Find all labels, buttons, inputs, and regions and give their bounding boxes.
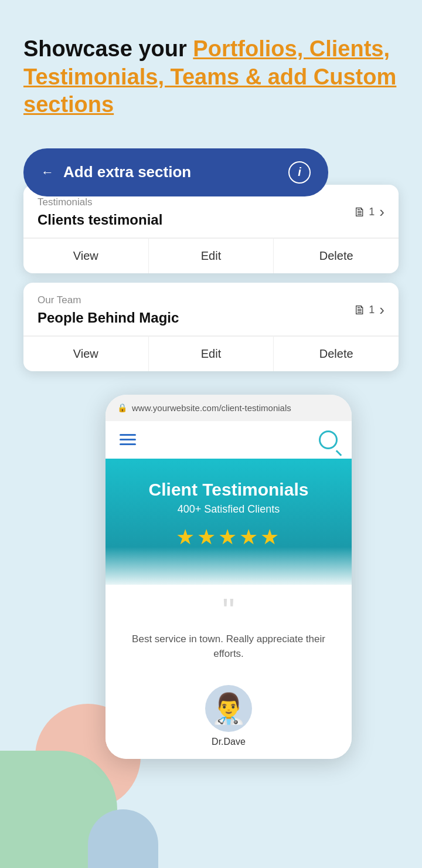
section-cards-container: Testimonials Clients testimonial 🗎 1 › V… — [23, 185, 399, 371]
testimonials-card: Testimonials Clients testimonial 🗎 1 › V… — [23, 185, 399, 273]
avatar-name: Dr.Dave — [212, 737, 246, 747]
hamburger-menu-icon[interactable] — [120, 434, 136, 445]
phone-url: www.yourwebsite.com/client-testimonials — [132, 403, 291, 413]
our-team-card-actions: View Edit Delete — [23, 336, 399, 371]
our-team-edit-button[interactable]: Edit — [149, 337, 274, 371]
testimonials-edit-button[interactable]: Edit — [149, 239, 274, 273]
document-icon: 🗎 — [353, 205, 366, 220]
our-team-card: Our Team People Behind Magic 🗎 1 › View … — [23, 283, 399, 371]
chevron-right-icon-2[interactable]: › — [379, 301, 384, 319]
add-section-bar[interactable]: ← Add extra section i — [23, 148, 328, 196]
star-rating: ★★★★★ — [117, 525, 340, 550]
quote-text: Best service in town. Really appreciate … — [123, 632, 334, 662]
doctor-avatar-icon: 👨‍⚕️ — [210, 691, 247, 725]
search-icon[interactable] — [319, 430, 338, 449]
add-section-label: Add extra section — [63, 163, 191, 181]
lock-icon: 🔒 — [117, 403, 127, 412]
avatar-section: 👨‍⚕️ Dr.Dave — [106, 685, 352, 759]
phone-address-bar: 🔒 www.yourwebsite.com/client-testimonial… — [106, 395, 352, 421]
card-type-testimonials: Testimonials — [38, 196, 162, 208]
quote-marks: " — [123, 599, 334, 623]
our-team-delete-button[interactable]: Delete — [274, 337, 399, 371]
our-team-view-button[interactable]: View — [23, 337, 149, 371]
phone-mockup: 🔒 www.yourwebsite.com/client-testimonial… — [106, 395, 399, 759]
phone-screen: Client Testimonials 400+ Satisfied Clien… — [106, 421, 352, 759]
document-icon-2: 🗎 — [353, 303, 366, 318]
phone-navbar — [106, 421, 352, 459]
back-arrow-icon[interactable]: ← — [41, 165, 54, 180]
testimonials-delete-button[interactable]: Delete — [274, 239, 399, 273]
quote-section: " Best service in town. Really appreciat… — [106, 585, 352, 685]
info-icon[interactable]: i — [288, 161, 311, 184]
card-type-our-team: Our Team — [38, 294, 179, 306]
testimonials-view-button[interactable]: View — [23, 239, 149, 273]
card-title-our-team: People Behind Magic — [38, 310, 179, 326]
card-title-testimonials: Clients testimonial — [38, 212, 162, 228]
banner-title: Client Testimonials — [117, 480, 340, 500]
count-badge-testimonials: 🗎 1 — [353, 205, 375, 220]
banner-subtitle: 400+ Satisfied Clients — [117, 503, 340, 516]
count-badge-our-team: 🗎 1 — [353, 303, 375, 318]
avatar: 👨‍⚕️ — [205, 685, 252, 732]
chevron-right-icon[interactable]: › — [379, 203, 384, 221]
page-headline: Showcase your Portfolios, Clients, Testi… — [23, 35, 399, 119]
testimonials-card-actions: View Edit Delete — [23, 238, 399, 273]
testimonials-banner: Client Testimonials 400+ Satisfied Clien… — [106, 459, 352, 585]
